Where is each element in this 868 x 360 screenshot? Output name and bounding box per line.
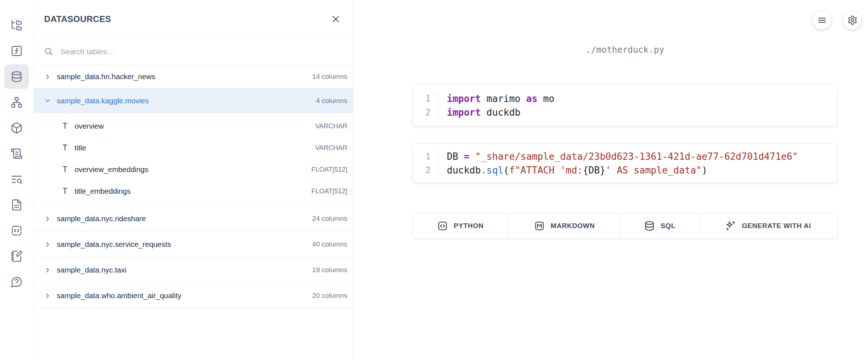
column-name: overview [75, 122, 315, 130]
close-icon[interactable] [330, 13, 342, 25]
column-list: ToverviewVARCHARTtitleVARCHARToverview_e… [34, 113, 353, 206]
chevron-right-icon [43, 215, 51, 223]
add-cell-bar: PYTHONMARKDOWNSQLGENERATE WITH AI [412, 213, 838, 239]
search-bar [34, 38, 353, 65]
table-name: sample_data.who.ambient_air_quality [57, 291, 312, 300]
table-row[interactable]: sample_data.nyc.service_requests40 colum… [34, 232, 353, 257]
gear-icon [847, 15, 858, 25]
sidebar-item-dependency-graph[interactable] [10, 96, 23, 109]
chevron-down-icon [43, 97, 51, 105]
column-type: FLOAT[512] [312, 187, 347, 195]
text-type-icon: T [61, 165, 69, 174]
add-button-label: PYTHON [454, 222, 484, 230]
text-type-icon: T [61, 187, 69, 196]
column-row[interactable]: TtitleVARCHAR [34, 137, 353, 159]
text-type-icon: T [61, 143, 69, 152]
markdown-cell-icon [534, 220, 545, 231]
table-column-count: 24 columns [312, 215, 347, 223]
table-name: sample_data.nyc.service_requests [57, 240, 312, 249]
sidebar-item-scratchpad[interactable] [10, 250, 23, 263]
table-row[interactable]: sample_data.nyc.taxi19 columns [34, 257, 353, 283]
column-name: overview_embeddings [75, 165, 312, 174]
chevron-right-icon [43, 266, 51, 274]
add-python-button[interactable]: PYTHON [413, 213, 508, 238]
table-list: sample_data.hn.hacker_news14 columnssamp… [34, 65, 353, 309]
column-name: title_embeddings [75, 187, 312, 196]
menu-icon [817, 15, 827, 25]
add-button-label: MARKDOWN [551, 222, 595, 230]
code-cell[interactable]: 12DB = "_share/sample_data/23b0d623-1361… [412, 143, 838, 183]
code-content: import marimo as moimport duckdb [447, 92, 554, 119]
add-generate-with-ai-button[interactable]: GENERATE WITH AI [699, 213, 837, 238]
column-row[interactable]: Ttitle_embeddingsFLOAT[512] [34, 180, 353, 202]
table-name: sample_data.nyc.taxi [57, 266, 312, 274]
code-content: DB = "_share/sample_data/23b0d623-1361-4… [447, 150, 798, 176]
column-name: title [75, 143, 315, 152]
column-type: VARCHAR [315, 144, 347, 152]
sidebar-item-document[interactable] [10, 198, 23, 211]
sidebar-item-help[interactable] [10, 275, 23, 288]
settings-button[interactable] [843, 10, 862, 30]
scroll-icon [10, 147, 23, 160]
help-icon [10, 276, 23, 288]
notebook-filename[interactable]: ./motherduck.py [412, 45, 838, 55]
document-icon [10, 199, 23, 211]
chevron-right-icon [43, 240, 51, 248]
sql-cell-icon [644, 220, 655, 231]
add-markdown-button[interactable]: MARKDOWN [508, 213, 621, 238]
text-type-icon: T [61, 122, 69, 130]
table-row[interactable]: sample_data.who.ambient_air_quality20 co… [34, 283, 353, 309]
column-type: FLOAT[512] [312, 166, 347, 173]
sidebar-item-package[interactable] [10, 121, 23, 134]
datasources-panel: DATASOURCES sample_data.hn.hacker_news14… [33, 0, 353, 360]
panel-header: DATASOURCES [34, 0, 353, 38]
package-icon [10, 122, 23, 134]
function-icon [10, 45, 23, 57]
snippets-icon [10, 224, 23, 237]
table-column-count: 19 columns [312, 266, 347, 274]
icon-rail [0, 0, 33, 360]
add-button-label: GENERATE WITH AI [742, 222, 811, 230]
table-row[interactable]: sample_data.hn.hacker_news14 columns [34, 65, 353, 89]
table-column-count: 14 columns [312, 73, 347, 81]
add-button-label: SQL [661, 222, 676, 230]
table-name: sample_data.kaggle.movies [57, 97, 316, 105]
search-icon [44, 47, 54, 56]
sidebar-item-snippets[interactable] [10, 224, 23, 237]
table-column-count: 40 columns [312, 240, 347, 248]
line-numbers: 12 [413, 92, 439, 119]
column-row[interactable]: Toverview_embeddingsFLOAT[512] [34, 159, 353, 180]
table-column-count: 20 columns [312, 292, 347, 300]
scratchpad-icon [10, 250, 23, 262]
sidebar-item-file-tree[interactable] [10, 19, 23, 32]
menu-button[interactable] [812, 10, 831, 30]
chevron-right-icon [43, 73, 51, 81]
sidebar-item-logs-search[interactable] [10, 173, 23, 186]
dependency-graph-icon [10, 96, 23, 108]
table-column-count: 4 columns [316, 97, 347, 105]
column-type: VARCHAR [315, 122, 347, 130]
table-row[interactable]: sample_data.kaggle.movies4 columns [34, 89, 353, 113]
table-row[interactable]: sample_data.nyc.rideshare24 columns [34, 206, 353, 232]
sidebar-item-function[interactable] [10, 44, 23, 57]
column-row[interactable]: ToverviewVARCHAR [34, 115, 353, 137]
database-icon [10, 70, 23, 83]
logs-search-icon [10, 173, 23, 185]
sidebar-item-database[interactable] [10, 70, 23, 83]
file-tree-icon [10, 19, 23, 31]
code-cell[interactable]: 12import marimo as moimport duckdb [412, 84, 838, 126]
python-cell-icon [437, 220, 448, 231]
search-input[interactable] [60, 47, 346, 56]
generate-ai-icon [725, 220, 736, 231]
table-name: sample_data.nyc.rideshare [57, 214, 312, 223]
add-sql-button[interactable]: SQL [621, 213, 699, 238]
sidebar-item-scroll[interactable] [10, 147, 23, 160]
table-name: sample_data.hn.hacker_news [57, 72, 312, 81]
panel-title: DATASOURCES [44, 14, 330, 24]
chevron-right-icon [43, 292, 51, 300]
line-numbers: 12 [413, 150, 439, 176]
